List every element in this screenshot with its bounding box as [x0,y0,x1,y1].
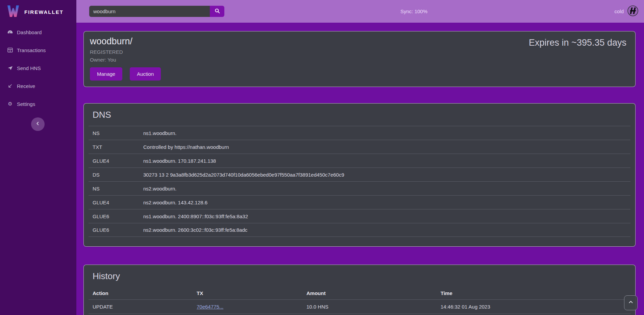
history-amount: 10.0 HNS [306,304,441,310]
transactions-table-icon [7,47,13,53]
history-time: 14:46:32 01 Aug 2023 [441,304,626,310]
expires-label: Expires in ~395.35 days [529,38,626,48]
handshake-coin-icon[interactable] [627,5,639,18]
dns-record-value: ns1.woodburn. 170.187.241.138 [143,158,626,164]
auction-button[interactable]: Auction [130,67,161,81]
history-table: Action TX Amount Time UPDATE 70e64775...… [89,287,630,315]
send-plane-icon [7,65,13,71]
domain-owner: Owner: You [90,57,626,63]
dns-record-value: ns2.woodburn. [143,186,626,192]
tx-link[interactable]: 70e64775... [197,304,223,310]
dns-record-value: ns1.woodburn. [143,130,626,136]
history-header-row: Action TX Amount Time [89,287,630,299]
sidebar-item-label: Dashboard [17,29,42,35]
main-content: woodburn/ REGISTERED Owner: You Manage A… [76,23,644,315]
history-col-time: Time [441,290,626,296]
sidebar-item-receive[interactable]: Receive [0,79,76,93]
dns-record-row: TXT Controlled by https://nathan.woodbur… [89,140,630,154]
dns-record-value: Controlled by https://nathan.woodburn [143,144,626,150]
dns-record-type: GLUE4 [93,158,143,164]
sidebar-item-settings[interactable]: ⚙ Settings [0,97,76,111]
wallet-indicator: cold [614,0,639,23]
dns-record-row: DS 30273 13 2 9a3a8fb3d625d2a2073d740f10… [89,167,630,181]
chevron-up-icon [628,299,634,307]
dns-record-type: DS [93,172,143,178]
domain-card: woodburn/ REGISTERED Owner: You Manage A… [83,31,636,87]
dns-record-type: GLUE6 [93,227,143,233]
dns-record-row: GLUE4 ns2.woodburn. 143.42.128.6 [89,195,630,209]
history-col-action: Action [93,290,197,296]
dns-record-type: NS [93,186,143,192]
dns-record-row: GLUE6 ns1.woodburn. 2400:8907::f03c:93ff… [89,209,630,223]
dns-record-row: GLUE6 ns2.woodburn. 2600:3c02::f03c:93ff… [89,223,630,237]
dns-record-row: NS ns2.woodburn. [89,181,630,195]
sidebar-item-transactions[interactable]: Transactions [0,43,76,57]
dns-record-type: GLUE4 [93,200,143,205]
search-bar [89,6,224,17]
dashboard-gauge-icon [7,29,13,35]
wallet-name: cold [614,8,624,14]
sidebar: FIREWALLET Dashboard Transactions [0,0,76,315]
history-row: RENEW d79c5e64... 10.0 HNS 15:47:36 07 F… [89,314,630,315]
history-row: UPDATE 70e64775... 10.0 HNS 14:46:32 01 … [89,299,630,314]
sync-status: Sync: 100% [400,8,427,14]
dns-record-value: ns2.woodburn. 143.42.128.6 [143,200,626,205]
brand: FIREWALLET [0,0,76,22]
sidebar-item-label: Settings [17,101,35,107]
receive-arrow-icon [7,83,13,89]
dns-record-value: ns1.woodburn. 2400:8907::f03c:93ff:fe5a:… [143,213,626,219]
sidebar-item-label: Transactions [17,47,46,53]
dns-table: NS ns1.woodburn. TXT Controlled by https… [89,126,630,237]
settings-gear-icon: ⚙ [7,101,13,107]
sidebar-nav: Dashboard Transactions Send HNS [0,25,76,111]
search-icon [214,8,220,15]
dns-card: DNS NS ns1.woodburn. TXT Controlled by h… [83,103,636,247]
dns-record-value: ns2.woodburn. 2600:3c02::f03c:93ff:fe5a:… [143,227,626,233]
history-card-title: History [93,270,626,282]
dns-record-type: NS [93,130,143,136]
sidebar-item-label: Send HNS [17,65,41,71]
dns-record-type: GLUE6 [93,213,143,219]
chevron-left-icon [35,121,41,128]
domain-status: REGISTERED [90,49,626,55]
brand-name: FIREWALLET [24,9,64,15]
history-col-amount: Amount [306,290,441,296]
dns-record-value: 30273 13 2 9a3a8fb3d625d2a2073d740f10da6… [143,172,626,178]
sidebar-item-send-hns[interactable]: Send HNS [0,61,76,75]
history-col-tx: TX [197,290,306,296]
sidebar-collapse-button[interactable] [31,117,45,131]
dns-record-type: TXT [93,144,143,150]
history-action: UPDATE [93,304,197,310]
search-input[interactable] [89,6,210,17]
scroll-top-button[interactable] [624,295,638,310]
dns-record-row: GLUE4 ns1.woodburn. 170.187.241.138 [89,154,630,167]
topbar: Sync: 100% cold [76,0,644,23]
manage-button[interactable]: Manage [90,67,122,81]
dns-record-row: NS ns1.woodburn. [89,126,630,140]
sidebar-item-label: Receive [17,83,35,89]
firewallet-w-logo [6,5,20,19]
history-card: History Action TX Amount Time UPDATE 70e… [83,265,636,315]
search-button[interactable] [210,6,224,17]
dns-card-title: DNS [93,109,626,120]
sidebar-item-dashboard[interactable]: Dashboard [0,25,76,39]
